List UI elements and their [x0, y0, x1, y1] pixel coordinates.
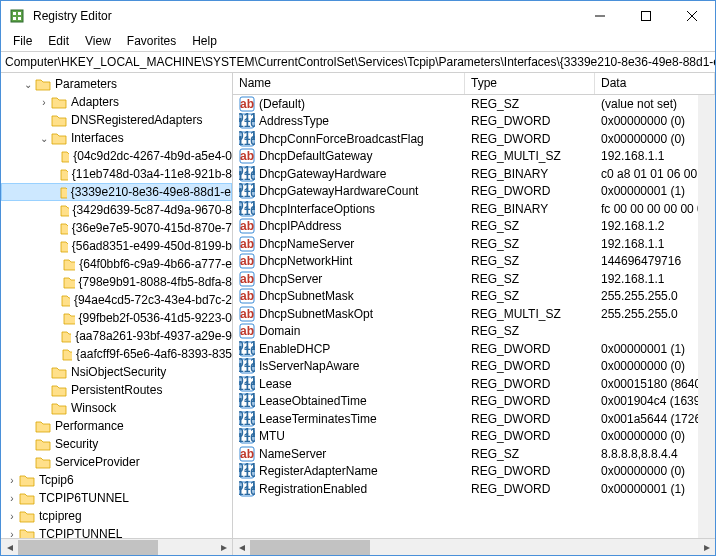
registry-value-list[interactable]: (Default)REG_SZ(value not set)AddressTyp…	[233, 95, 715, 538]
value-row[interactable]: DhcpDefaultGatewayREG_MULTI_SZ192.168.1.…	[233, 148, 715, 166]
menu-help[interactable]: Help	[184, 32, 225, 50]
value-data: 0x00000000 (0)	[595, 429, 715, 443]
value-row[interactable]: DhcpNetworkHintREG_SZ144696479716	[233, 253, 715, 271]
tree-item[interactable]: ›{99fbeb2f-0536-41d5-9223-0	[1, 309, 232, 327]
scroll-track[interactable]	[18, 539, 215, 556]
value-row[interactable]: DhcpConnForceBroadcastFlagREG_DWORD0x000…	[233, 130, 715, 148]
value-row[interactable]: LeaseREG_DWORD0x00015180 (86400)	[233, 375, 715, 393]
value-row[interactable]: DhcpServerREG_SZ192.168.1.1	[233, 270, 715, 288]
menu-edit[interactable]: Edit	[40, 32, 77, 50]
tree-item[interactable]: ›Tcpip6	[1, 471, 232, 489]
tree-item[interactable]: ⌄Parameters	[1, 75, 232, 93]
expand-icon[interactable]: ›	[5, 511, 19, 522]
binary-value-icon	[239, 183, 255, 199]
tree-item[interactable]: ›{36e9e7e5-9070-415d-870e-7	[1, 219, 232, 237]
value-name: Domain	[259, 324, 300, 338]
tree-item-label: {3339e210-8e36-49e8-88d1-e	[71, 185, 231, 199]
value-name: DhcpIPAddress	[259, 219, 341, 233]
tree-item[interactable]: ›Performance	[1, 417, 232, 435]
value-row[interactable]: DhcpSubnetMaskREG_SZ255.255.255.0	[233, 288, 715, 306]
expand-icon[interactable]: ›	[37, 97, 51, 108]
registry-tree[interactable]: ⌄Parameters›Adapters›DNSRegisteredAdapte…	[1, 73, 232, 555]
menu-view[interactable]: View	[77, 32, 119, 50]
value-row[interactable]: DhcpGatewayHardwareREG_BINARYc0 a8 01 01…	[233, 165, 715, 183]
value-row[interactable]: LeaseTerminatesTimeREG_DWORD0x001a5644 (…	[233, 410, 715, 428]
value-data: 192.168.1.1	[595, 272, 715, 286]
address-bar[interactable]: Computer\HKEY_LOCAL_MACHINE\SYSTEM\Curre…	[1, 51, 715, 73]
value-row[interactable]: DhcpInterfaceOptionsREG_BINARYfc 00 00 0…	[233, 200, 715, 218]
tree-item[interactable]: ›PersistentRoutes	[1, 381, 232, 399]
menu-file[interactable]: File	[5, 32, 40, 50]
value-row[interactable]: MTUREG_DWORD0x00000000 (0)	[233, 428, 715, 446]
tree-item[interactable]: ›Adapters	[1, 93, 232, 111]
maximize-button[interactable]	[623, 1, 669, 31]
value-type: REG_SZ	[465, 289, 595, 303]
tree-item[interactable]: ›DNSRegisteredAdapters	[1, 111, 232, 129]
tree-item[interactable]: ›{aa78a261-93bf-4937-a29e-9	[1, 327, 232, 345]
string-value-icon	[239, 306, 255, 322]
value-name: AddressType	[259, 114, 329, 128]
value-row[interactable]: (Default)REG_SZ(value not set)	[233, 95, 715, 113]
expand-icon[interactable]: ›	[5, 475, 19, 486]
value-row[interactable]: LeaseObtainedTimeREG_DWORD0x001904c4 (16…	[233, 393, 715, 411]
menu-favorites[interactable]: Favorites	[119, 32, 184, 50]
tree-item[interactable]: ›{3429d639-5c87-4d9a-9670-8	[1, 201, 232, 219]
value-row[interactable]: DhcpIPAddressREG_SZ192.168.1.2	[233, 218, 715, 236]
string-value-icon	[239, 148, 255, 164]
collapse-icon[interactable]: ⌄	[37, 133, 51, 144]
minimize-button[interactable]	[577, 1, 623, 31]
value-data: 255.255.255.0	[595, 307, 715, 321]
value-row[interactable]: DhcpGatewayHardwareCountREG_DWORD0x00000…	[233, 183, 715, 201]
value-row[interactable]: RegistrationEnabledREG_DWORD0x00000001 (…	[233, 480, 715, 498]
tree-item-label: tcpipreg	[39, 509, 82, 523]
collapse-icon[interactable]: ⌄	[21, 79, 35, 90]
scroll-right-arrow[interactable]: ▸	[698, 539, 715, 556]
close-button[interactable]	[669, 1, 715, 31]
tree-item[interactable]: ›{3339e210-8e36-49e8-88d1-e	[1, 183, 232, 201]
scroll-right-arrow[interactable]: ▸	[215, 539, 232, 556]
folder-icon	[51, 365, 67, 379]
scroll-thumb[interactable]	[18, 540, 158, 555]
tree-item[interactable]: ›{11eb748d-03a4-11e8-921b-8	[1, 165, 232, 183]
value-row[interactable]: IsServerNapAwareREG_DWORD0x00000000 (0)	[233, 358, 715, 376]
value-row[interactable]: AddressTypeREG_DWORD0x00000000 (0)	[233, 113, 715, 131]
tree-item-label: {36e9e7e5-9070-415d-870e-7	[72, 221, 232, 235]
binary-value-icon	[239, 481, 255, 497]
scroll-track[interactable]	[250, 539, 698, 556]
tree-hscrollbar[interactable]: ◂ ▸	[1, 538, 232, 555]
list-header: Name Type Data	[233, 73, 715, 95]
list-hscrollbar[interactable]: ◂ ▸	[233, 538, 715, 555]
value-row[interactable]: DhcpNameServerREG_SZ192.168.1.1	[233, 235, 715, 253]
scroll-thumb[interactable]	[250, 540, 370, 555]
scroll-left-arrow[interactable]: ◂	[1, 539, 18, 556]
scroll-left-arrow[interactable]: ◂	[233, 539, 250, 556]
column-type[interactable]: Type	[465, 73, 595, 94]
column-data[interactable]: Data	[595, 73, 715, 94]
tree-item[interactable]: ›ServiceProvider	[1, 453, 232, 471]
folder-icon	[63, 257, 75, 271]
list-vscrollbar[interactable]	[698, 95, 715, 538]
tree-item[interactable]: ›tcpipreg	[1, 507, 232, 525]
tree-item-label: Performance	[55, 419, 124, 433]
titlebar: Registry Editor	[1, 1, 715, 31]
column-name[interactable]: Name	[233, 73, 465, 94]
value-row[interactable]: DhcpSubnetMaskOptREG_MULTI_SZ255.255.255…	[233, 305, 715, 323]
tree-item[interactable]: ›NsiObjectSecurity	[1, 363, 232, 381]
value-row[interactable]: EnableDHCPREG_DWORD0x00000001 (1)	[233, 340, 715, 358]
tree-item[interactable]: ›{798e9b91-8088-4fb5-8dfa-8	[1, 273, 232, 291]
folder-icon	[35, 419, 51, 433]
tree-item[interactable]: ›{64f0bbf6-c9a9-4b66-a777-e	[1, 255, 232, 273]
tree-item[interactable]: ›{94ae4cd5-72c3-43e4-bd7c-2	[1, 291, 232, 309]
value-row[interactable]: NameServerREG_SZ8.8.8.8,8.8.4.4	[233, 445, 715, 463]
tree-item[interactable]: ›{04c9d2dc-4267-4b9d-a5e4-0	[1, 147, 232, 165]
tree-item[interactable]: ›Winsock	[1, 399, 232, 417]
value-row[interactable]: DomainREG_SZ	[233, 323, 715, 341]
tree-item[interactable]: ›{56ad8351-e499-450d-8199-b	[1, 237, 232, 255]
expand-icon[interactable]: ›	[5, 493, 19, 504]
tree-item[interactable]: ›TCPIP6TUNNEL	[1, 489, 232, 507]
tree-item[interactable]: ⌄Interfaces	[1, 129, 232, 147]
tree-item[interactable]: ›{aafcff9f-65e6-4af6-8393-835	[1, 345, 232, 363]
value-name: LeaseObtainedTime	[259, 394, 367, 408]
tree-item[interactable]: ›Security	[1, 435, 232, 453]
value-row[interactable]: RegisterAdapterNameREG_DWORD0x00000000 (…	[233, 463, 715, 481]
